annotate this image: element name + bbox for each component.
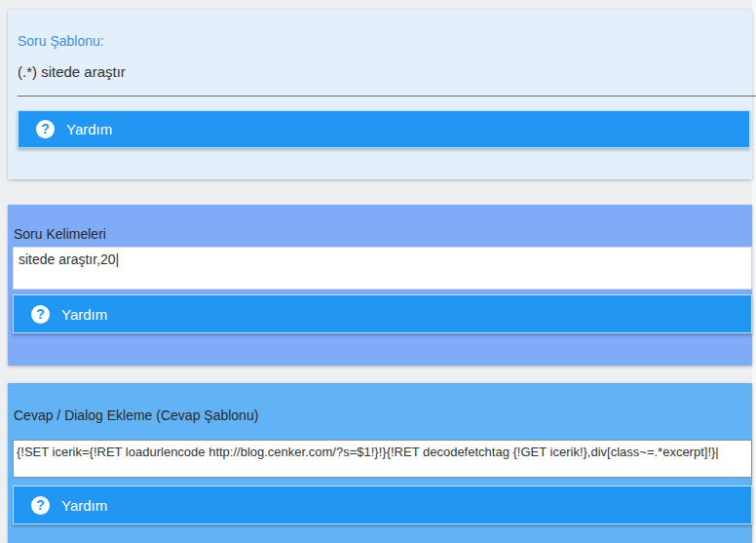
soru-sablonu-input[interactable]: (.*) sitede araştır <box>18 61 756 97</box>
yardim-button-label: Yardım <box>61 306 107 323</box>
cevap-sablonu-label: Cevap / Dialog Ekleme (Cevap Şablonu) <box>14 407 258 423</box>
help-icon: ? <box>31 496 50 515</box>
help-icon: ? <box>36 120 55 138</box>
yardim-button-cevap-sablonu[interactable]: ? Yardım <box>13 485 752 524</box>
help-icon: ? <box>31 305 50 324</box>
yardim-button-label: Yardım <box>66 121 112 137</box>
soru-kelimeleri-input[interactable]: sitede araştır,20| <box>13 247 752 290</box>
cevap-sablonu-card: Cevap / Dialog Ekleme (Cevap Şablonu) {!… <box>8 383 752 543</box>
yardim-button-label: Yardım <box>61 497 107 514</box>
yardim-button-soru-sablonu[interactable]: ? Yardım <box>18 110 750 148</box>
soru-sablonu-label: Soru Şablonu: <box>18 33 104 49</box>
soru-kelimeleri-card: Soru Kelimeleri sitede araştır,20| ? Yar… <box>8 205 752 366</box>
soru-sablonu-card: Soru Şablonu: (.*) sitede araştır ? Yard… <box>8 10 752 179</box>
soru-kelimeleri-label: Soru Kelimeleri <box>14 226 106 242</box>
cevap-sablonu-input[interactable]: {!SET icerik={!RET loadurlencode http://… <box>13 440 752 478</box>
yardim-button-soru-kelimeleri[interactable]: ? Yardım <box>13 294 752 333</box>
